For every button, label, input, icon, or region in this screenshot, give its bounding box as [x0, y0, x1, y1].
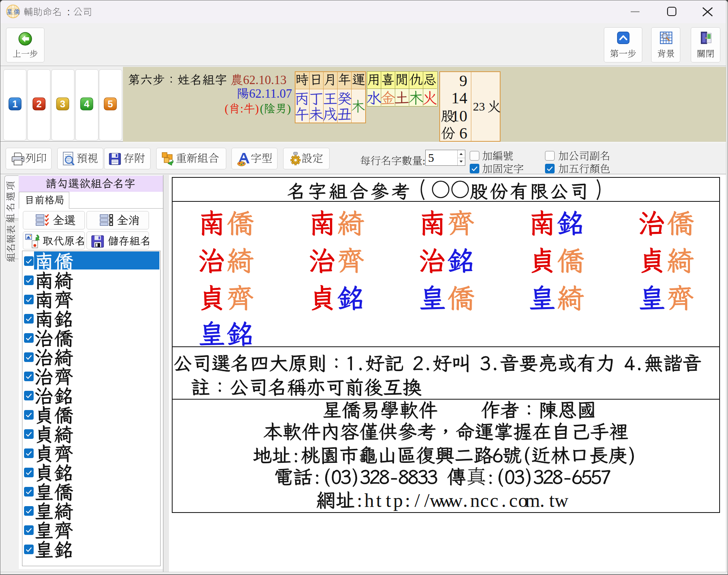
svg-text:2: 2	[36, 99, 42, 109]
svg-text:4: 4	[84, 99, 90, 109]
svg-text:1: 1	[12, 99, 18, 109]
svg-text:5: 5	[108, 99, 113, 109]
svg-text:3: 3	[60, 99, 65, 109]
